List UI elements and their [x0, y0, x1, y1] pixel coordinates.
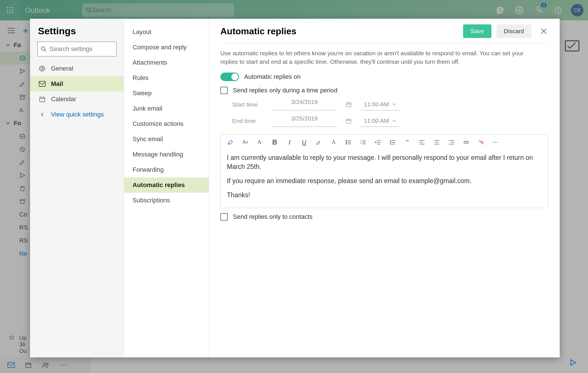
contacts-only-label: Send replies only to contacts: [233, 213, 312, 221]
font-size-icon[interactable]: A^: [256, 138, 264, 147]
svg-point-48: [346, 140, 347, 141]
remove-link-icon[interactable]: [477, 138, 485, 147]
chevron-down-icon: [392, 119, 396, 123]
mail-option-attachments[interactable]: Attachments: [124, 55, 209, 70]
mail-option-automatic-replies[interactable]: Automatic replies: [124, 177, 209, 193]
mail-option-compose-and-reply[interactable]: Compose and reply: [124, 40, 209, 55]
end-date-input[interactable]: 3/25/2019: [272, 115, 337, 127]
reply-paragraph: I am currently unavailable to reply to y…: [227, 153, 542, 171]
align-right-icon[interactable]: [447, 138, 456, 147]
gear-icon: [39, 65, 46, 72]
start-date-input[interactable]: 3/24/2019: [272, 99, 337, 111]
bold-icon[interactable]: B: [270, 138, 279, 147]
quote-icon[interactable]: ”: [403, 138, 412, 147]
discard-button[interactable]: Discard: [497, 24, 531, 38]
end-time-value: 11:00 AM: [364, 117, 389, 124]
settings-dialog: Settings Search settings General Mail Ca…: [30, 19, 560, 357]
settings-title: Settings: [30, 26, 124, 42]
detail-description: Use automatic replies to let others know…: [220, 49, 540, 66]
svg-point-52: [346, 143, 347, 144]
mail-option-layout[interactable]: Layout: [124, 24, 209, 40]
reply-editor: AA A^ B I U A 123 ” ⋯ I am curren: [220, 134, 548, 208]
calendar-icon[interactable]: [346, 118, 352, 124]
calendar-icon: [39, 96, 46, 103]
category-general[interactable]: General: [30, 61, 124, 76]
chevron-left-icon: [39, 112, 46, 117]
mail-icon: [39, 81, 46, 87]
category-mail[interactable]: Mail: [30, 76, 124, 92]
contacts-only-checkbox[interactable]: [220, 213, 228, 221]
mail-options-list: LayoutCompose and replyAttachmentsRulesS…: [124, 19, 209, 357]
quick-settings-label: View quick settings: [51, 111, 104, 118]
search-icon: [41, 46, 47, 52]
category-label: Calendar: [51, 96, 76, 103]
svg-line-31: [44, 50, 46, 52]
editor-toolbar: AA A^ B I U A 123 ” ⋯: [221, 135, 548, 150]
category-calendar[interactable]: Calendar: [30, 92, 124, 107]
font-color-icon[interactable]: A: [329, 138, 338, 147]
more-tools-icon[interactable]: ⋯: [491, 138, 500, 147]
view-quick-settings-link[interactable]: View quick settings: [30, 107, 124, 122]
editor-body[interactable]: I am currently unavailable to reply to y…: [221, 150, 548, 208]
mail-option-subscriptions[interactable]: Subscriptions: [124, 193, 209, 208]
mail-option-sync-email[interactable]: Sync email: [124, 132, 209, 147]
mail-option-customize-actions[interactable]: Customize actions: [124, 116, 209, 132]
italic-icon[interactable]: I: [285, 138, 294, 147]
svg-rect-40: [346, 103, 351, 107]
schedule-checkbox[interactable]: [220, 87, 228, 94]
bullet-list-icon[interactable]: [344, 138, 353, 147]
time-period-section: Start time 3/24/2019 11:00 AM End time 3…: [232, 99, 548, 127]
svg-rect-34: [40, 97, 45, 102]
mail-option-forwarding[interactable]: Forwarding: [124, 162, 209, 177]
category-label: Mail: [51, 80, 63, 88]
calendar-icon[interactable]: [346, 101, 352, 108]
highlight-icon[interactable]: [315, 138, 323, 147]
end-time-label: End time: [232, 118, 263, 124]
settings-search-placeholder: Search settings: [50, 45, 93, 53]
chevron-down-icon: [392, 102, 396, 106]
svg-point-30: [41, 47, 45, 50]
outdent-icon[interactable]: [374, 138, 382, 147]
svg-text:3: 3: [360, 143, 361, 145]
numbered-list-icon[interactable]: 123: [359, 138, 367, 147]
svg-point-32: [41, 68, 43, 69]
svg-rect-44: [346, 119, 351, 123]
font-family-icon[interactable]: AA: [241, 138, 250, 147]
schedule-label: Send replies only during a time period: [233, 87, 337, 94]
detail-heading: Automatic replies: [220, 26, 463, 37]
end-time-input[interactable]: 11:00 AM: [360, 115, 400, 127]
svg-rect-33: [39, 81, 45, 86]
start-time-input[interactable]: 11:00 AM: [360, 99, 400, 111]
mail-option-junk-email[interactable]: Junk email: [124, 101, 209, 116]
settings-categories: Settings Search settings General Mail Ca…: [30, 19, 124, 357]
mail-option-sweep[interactable]: Sweep: [124, 86, 209, 101]
mail-option-message-handling[interactable]: Message handling: [124, 147, 209, 162]
indent-icon[interactable]: [388, 138, 397, 147]
start-time-value: 11:00 AM: [364, 101, 389, 108]
reply-paragraph: Thanks!: [227, 190, 542, 200]
insert-link-icon[interactable]: [462, 138, 470, 147]
auto-replies-toggle[interactable]: [220, 73, 239, 81]
category-label: General: [51, 65, 73, 72]
svg-line-75: [479, 140, 483, 145]
start-time-label: Start time: [232, 101, 263, 108]
svg-point-50: [346, 142, 347, 143]
underline-icon[interactable]: U: [300, 138, 308, 147]
close-icon[interactable]: [539, 27, 548, 36]
mail-option-rules[interactable]: Rules: [124, 70, 209, 86]
settings-detail-pane: Automatic replies Save Discard Use autom…: [209, 19, 560, 357]
save-button[interactable]: Save: [463, 24, 491, 38]
align-center-icon[interactable]: [433, 138, 441, 147]
toggle-label: Automatic replies on: [244, 73, 301, 80]
settings-search[interactable]: Search settings: [37, 42, 116, 56]
divider: [220, 43, 548, 43]
reply-paragraph: If you require an immediate response, pl…: [227, 176, 542, 185]
align-left-icon[interactable]: [418, 138, 426, 147]
format-painter-icon[interactable]: [226, 138, 235, 147]
